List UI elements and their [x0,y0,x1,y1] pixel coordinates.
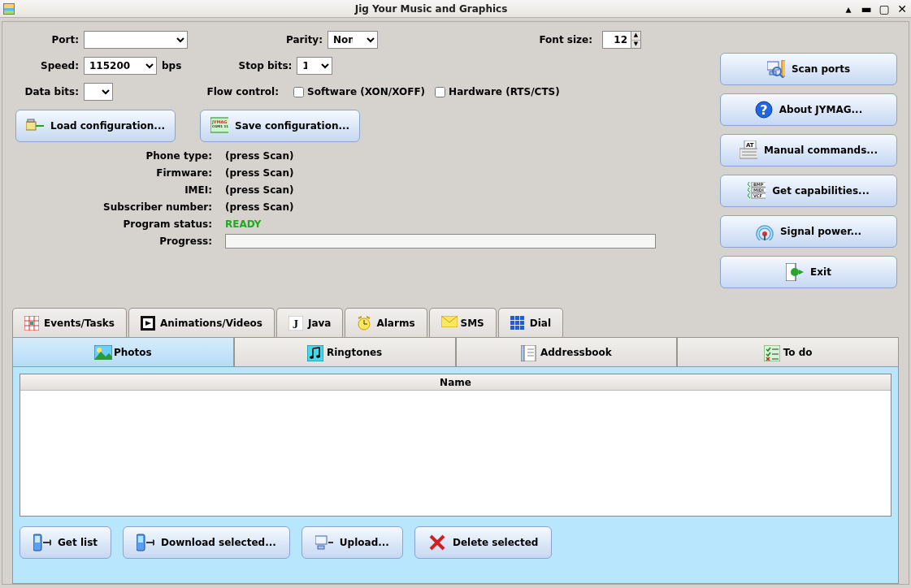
font-size-up-icon[interactable]: ▲ [631,32,640,41]
bps-label: bps [162,60,181,71]
get-list-button[interactable]: Get list [20,526,111,559]
exit-button[interactable]: Exit [720,256,897,288]
scan-ports-button[interactable]: Scan ports [720,53,897,85]
port-select[interactable] [84,31,188,49]
load-config-label: Load configuration... [50,120,165,132]
capabilities-icon: BMPMIDIVCF [748,182,766,200]
tab-addressbook[interactable]: Addressbook [456,337,678,366]
stop-bits-select[interactable]: 1 [297,57,332,75]
program-status-value: READY [225,218,262,230]
svg-point-64 [316,355,320,358]
svg-rect-52 [515,316,519,320]
svg-rect-58 [515,326,519,330]
tab-photos[interactable]: Photos [12,337,234,366]
tab-ringtones[interactable]: Ringtones [234,337,456,366]
download-icon [137,534,154,551]
tab-animations[interactable]: Animations/Videos [128,308,275,337]
load-configuration-button[interactable]: JYMAG Load configuration... [15,110,176,142]
port-label: Port: [7,34,84,45]
film-icon [141,316,155,331]
progress-bar [225,234,656,249]
imei-label: IMEI: [7,184,217,196]
tab-java[interactable]: J Java [276,308,343,337]
window-title: Jig Your Music and Graphics [20,3,843,15]
font-size-down-icon[interactable]: ▼ [631,41,640,49]
delete-selected-button[interactable]: Delete selected [414,526,553,559]
dial-icon [510,316,525,331]
tab-events-label: Events/Tasks [44,318,115,329]
list-box[interactable]: Name [20,374,891,517]
get-capabilities-button[interactable]: BMPMIDIVCF Get capabilities... [720,175,897,207]
tab-alarms[interactable]: Alarms [345,308,427,337]
signal-power-button[interactable]: Signal power... [720,215,897,248]
manual-commands-button[interactable]: ATOK Manual commands... [720,134,897,166]
scan-ports-label: Scan ports [792,63,850,75]
bottom-button-row: Get list Download selected... Upload... … [20,526,891,559]
stop-bits-label: Stop bits: [210,60,297,71]
photos-icon [94,345,109,360]
svg-rect-57 [510,326,514,330]
app-icon [3,3,15,15]
svg-line-49 [367,317,370,318]
save-configuration-button[interactable]: JYMAGCOM1 115200 Save configuration... [200,110,360,142]
tab-java-label: Java [308,318,331,329]
ringtones-icon [307,345,322,360]
svg-rect-81 [138,536,143,543]
phone-type-label: Phone type: [7,150,217,162]
download-selected-button[interactable]: Download selected... [123,526,290,559]
about-button[interactable]: ? About JYMAG... [720,93,897,126]
firmware-value: (press Scan) [225,167,293,179]
minimize-icon[interactable]: ▬ [861,3,872,15]
addressbook-icon [521,345,536,360]
data-bits-label: Data bits: [7,86,84,97]
rollup-icon[interactable]: ▴ [843,3,854,15]
upload-icon [315,534,333,551]
list-header-name[interactable]: Name [20,374,891,391]
calendar-icon [24,316,39,331]
font-size-spinner[interactable]: ▲ ▼ [602,31,641,49]
close-icon[interactable]: ✕ [896,3,908,15]
flow-software-checkbox[interactable] [293,87,304,97]
tab-events-tasks[interactable]: Events/Tasks [12,308,127,337]
tab-alarms-label: Alarms [376,318,414,329]
svg-line-48 [358,317,362,318]
save-config-icon: JYMAGCOM1 115200 [210,117,228,135]
tab-dial[interactable]: Dial [498,308,563,337]
tab-todo[interactable]: To do [677,337,899,366]
speed-select[interactable]: 115200 [84,57,157,75]
font-size-input[interactable] [603,32,631,48]
svg-rect-85 [318,546,324,549]
maximize-icon[interactable]: ▢ [878,3,890,15]
font-size-label: Font size: [532,34,597,45]
tab-row-2: Photos Ringtones Addressbook To do [12,337,899,366]
svg-text:AT: AT [746,142,754,149]
flow-software-label: Software (XON/XOFF) [307,86,425,97]
tab-dial-label: Dial [530,318,551,329]
list-body[interactable] [20,391,891,516]
upload-button[interactable]: Upload... [301,526,403,559]
tab-sms[interactable]: SMS [429,308,497,337]
svg-rect-55 [515,321,519,325]
tab-animations-label: Animations/Videos [160,318,262,329]
svg-point-32 [791,268,799,276]
title-bar: Jig Your Music and Graphics ▴ ▬ ▢ ✕ [0,0,911,18]
load-config-icon: JYMAG [26,117,44,135]
parity-select[interactable]: None [328,31,378,49]
signal-icon [756,223,774,240]
svg-rect-59 [520,326,524,330]
svg-rect-38 [30,322,33,325]
data-bits-select[interactable]: 8 [84,83,113,101]
alarm-icon [357,316,371,331]
tab-ringtones-label: Ringtones [327,347,382,358]
flow-hardware-checkbox[interactable] [435,87,445,97]
firmware-label: Firmware: [7,167,217,179]
window-controls: ▴ ▬ ▢ ✕ [843,3,908,15]
tab-photos-label: Photos [114,347,152,358]
svg-text:J: J [293,318,298,331]
svg-rect-7 [767,62,779,70]
svg-rect-66 [521,345,524,361]
manual-commands-icon: ATOK [740,141,757,159]
svg-rect-75 [35,536,40,543]
get-list-label: Get list [58,537,98,548]
about-label: About JYMAG... [779,104,863,115]
